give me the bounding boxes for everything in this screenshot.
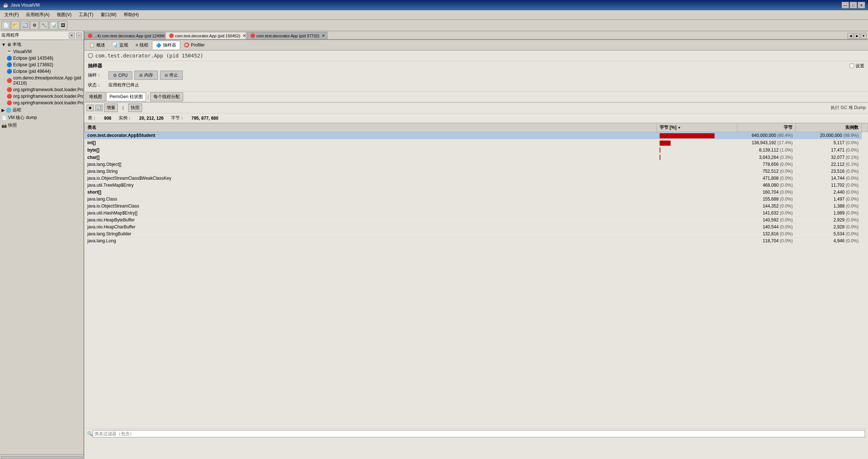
menu-item-V[interactable]: 视图(V) bbox=[54, 11, 74, 19]
cell-classname: java.lang.StringBuilder bbox=[85, 231, 657, 238]
eclipse3-icon: 🔵 bbox=[7, 69, 12, 74]
col-instances[interactable]: 实例数 bbox=[796, 123, 862, 132]
menu-item-W[interactable]: 窗口(W) bbox=[98, 11, 119, 19]
cell-bar bbox=[657, 217, 737, 224]
toolbar-btn-4[interactable]: ⚙ bbox=[30, 21, 39, 30]
inner-tab-profiler[interactable]: ⭕ Profiler bbox=[180, 41, 208, 49]
sidebar-item-eclipse3[interactable]: 🔵 Eclipse (pid 49644) bbox=[1, 68, 83, 75]
byte-label: 字节： bbox=[171, 115, 184, 121]
delta-btn[interactable]: 增量 bbox=[104, 104, 118, 112]
table-row[interactable]: java.io.ObjectStreamClass$WeakClassKey47… bbox=[85, 175, 868, 182]
sidebar-item-local[interactable]: ▼ 🖥 本地 bbox=[1, 41, 83, 48]
table-wrapper[interactable]: 类名 字节 [%] ▼ 字节 实例数 bbox=[84, 123, 868, 428]
tab-pid150452[interactable]: 🔴 com.test.decorator.App (pid 150452) ✕ bbox=[166, 32, 246, 39]
filter-input[interactable] bbox=[93, 430, 865, 437]
table-row[interactable]: java.lang.String752,512 (0.0%)23,516 (0.… bbox=[85, 168, 868, 175]
sidebar-item-app1[interactable]: 🔴 com.demo.threadpoolsize.App (pid 24116… bbox=[1, 75, 83, 86]
cell-bar bbox=[657, 154, 737, 161]
cell-bytes: 138,943,192 (17.4%) bbox=[737, 139, 796, 146]
settings-checkbox[interactable] bbox=[850, 64, 854, 68]
refresh-btn[interactable]: 🔄 bbox=[95, 105, 103, 111]
toolbar-btn-7[interactable]: 🖼 bbox=[59, 21, 67, 30]
sidebar-item-eclipse2[interactable]: 🔵 Eclipse (pid 173692) bbox=[1, 61, 83, 68]
inner-tab-overview[interactable]: 📋 概述 bbox=[86, 41, 109, 49]
table-row[interactable]: short[]160,704 (0.0%)2,440 (0.0%) bbox=[85, 189, 868, 196]
cell-classname: java.util.HashMap$Entry[] bbox=[85, 210, 657, 217]
sidebar-minimize-btn[interactable]: — bbox=[76, 33, 82, 38]
table-row[interactable]: java.util.HashMap$Entry[]141,632 (0.0%)1… bbox=[85, 210, 868, 217]
cell-classname: java.nio.HeapByteBuffer bbox=[85, 217, 657, 224]
heap-tab-stack[interactable]: 堆栈图 bbox=[86, 92, 105, 101]
col-classname[interactable]: 类名 bbox=[85, 123, 657, 132]
sidebar-item-app3[interactable]: 🔴 org.springframework.boot.loader.Proper… bbox=[1, 93, 83, 100]
tab-dropdown[interactable]: ▼ bbox=[861, 33, 867, 39]
sidebar-item-app2[interactable]: 🔴 org.springframework.boot.loader.Proper… bbox=[1, 86, 83, 93]
tab-scroll-right[interactable]: ▶ bbox=[854, 33, 860, 39]
sidebar-header: 应用程序 ✕ — bbox=[0, 31, 84, 40]
col-bytes[interactable]: 字节 bbox=[737, 123, 796, 132]
table-row[interactable]: com.test.decorator.App$Student640,000,00… bbox=[85, 132, 868, 139]
table-row[interactable]: java.nio.HeapCharBuffer140,544 (0.0%)2,9… bbox=[85, 224, 868, 231]
sampling-row: 抽样： CPU 内存 停止 bbox=[88, 71, 864, 80]
sidebar-item-eclipse1[interactable]: 🔵 Eclipse (pid 143548) bbox=[1, 55, 83, 61]
cpu-dot bbox=[113, 74, 117, 77]
monitor-label: 监视 bbox=[119, 42, 128, 48]
snapshot-btn[interactable]: 快照 bbox=[128, 104, 142, 112]
close-button[interactable]: ✕ bbox=[858, 2, 865, 8]
sidebar-item-remote[interactable]: ▶ 🌐 远程 bbox=[1, 106, 83, 114]
toolbar-btn-5[interactable]: 🔧 bbox=[40, 21, 48, 30]
maximize-button[interactable]: □ bbox=[850, 2, 857, 8]
table-row[interactable]: java.util.TreeMap$Entry468,080 (0.0%)11,… bbox=[85, 182, 868, 189]
inner-tab-sampler[interactable]: 🔷 抽样器 bbox=[152, 41, 180, 49]
table-row[interactable]: byte[]8,139,112 (1.0%)17,471 (0.0%) bbox=[85, 146, 868, 154]
table-row[interactable]: java.lang.Long118,704 (0.0%)4,946 (0.0%) bbox=[85, 238, 868, 245]
toolbar-btn-new[interactable]: 📄 bbox=[1, 21, 10, 30]
cell-bar bbox=[657, 161, 737, 168]
table-row[interactable]: java.nio.HeapByteBuffer140,592 (0.0%)2,9… bbox=[85, 217, 868, 224]
inner-tab-threads[interactable]: ≡ 线程 bbox=[132, 41, 152, 49]
toolbar-btn-3[interactable]: 🔄 bbox=[21, 21, 29, 30]
filter-icon: 🔍 bbox=[87, 431, 93, 436]
menu-item-T[interactable]: 工具(T) bbox=[76, 11, 96, 19]
stop-button[interactable]: 停止 bbox=[160, 71, 183, 80]
table-row[interactable]: java.lang.Object[]778,656 (0.0%)22,112 (… bbox=[85, 161, 868, 168]
table-row[interactable]: java.lang.StringBuilder132,816 (0.0%)5,5… bbox=[85, 231, 868, 238]
table-row[interactable]: int[]138,943,192 (17.4%)5,117 (0.0%) bbox=[85, 139, 868, 146]
monitor-icon: 📊 bbox=[112, 42, 118, 48]
stop-square bbox=[165, 74, 168, 77]
scroll-col bbox=[862, 123, 868, 132]
tab-pid37732[interactable]: 🔴 com.test.decorator.App (pid 37732) ✕ bbox=[247, 32, 327, 39]
toolbar-btn-open[interactable]: 📂 bbox=[11, 21, 20, 30]
sidebar-close-btn[interactable]: ✕ bbox=[69, 33, 75, 38]
sidebar-item-visualvm[interactable]: ☕ VisualVM bbox=[1, 48, 83, 55]
sidebar-item-app4[interactable]: 🔴 org.springframework.boot.loader.Proper… bbox=[1, 100, 83, 106]
col-bytes-pct[interactable]: 字节 [%] ▼ bbox=[657, 123, 737, 132]
inner-tab-monitor[interactable]: 📊 监视 bbox=[109, 41, 132, 49]
main-layout: 应用程序 ✕ — ▼ 🖥 本地 ☕ VisualVM 🔵 Eclipse (pi… bbox=[0, 31, 868, 459]
sidebar-item-vmdump[interactable]: 📄 VM 核心 dump bbox=[1, 114, 83, 122]
sidebar-item-snapshot[interactable]: 📸 快照 bbox=[1, 122, 83, 129]
visualvm-icon: ☕ bbox=[7, 49, 12, 54]
table-row[interactable]: char[]3,043,264 (0.3%)32,077 (0.1%) bbox=[85, 154, 868, 161]
cell-bytes: 3,043,264 (0.3%) bbox=[737, 154, 796, 161]
heap-tab-permgen[interactable]: PermGen 柱状图 bbox=[106, 92, 146, 101]
mem-button[interactable]: 内存 bbox=[134, 71, 158, 80]
vmdump-label: VM 核心 dump bbox=[8, 115, 37, 121]
cpu-button[interactable]: CPU bbox=[108, 71, 132, 79]
tab-close-3[interactable]: ✕ bbox=[322, 34, 325, 38]
menu-item-A[interactable]: 应用程序(A) bbox=[23, 11, 52, 19]
menu-item-F[interactable]: 文件(F) bbox=[1, 11, 22, 19]
tab-pid124996[interactable]: 🔴 ...4) com.test.decorator.App (pid 1249… bbox=[84, 32, 165, 39]
toolbar-btn-6[interactable]: 📊 bbox=[49, 21, 58, 30]
table-row[interactable]: java.io.ObjectStreamClass144,352 (0.0%)1… bbox=[85, 203, 868, 210]
record-btn[interactable]: ⏺ bbox=[86, 105, 94, 111]
heap-tab-thread[interactable]: 每个线程分配 bbox=[150, 92, 183, 101]
cell-bytes: 140,592 (0.0%) bbox=[737, 217, 796, 224]
minimize-button[interactable]: — bbox=[842, 2, 849, 8]
tab-close-2[interactable]: ✕ bbox=[243, 34, 246, 38]
threads-icon: ≡ bbox=[136, 42, 138, 48]
menu-item-H[interactable]: 帮助(H) bbox=[121, 11, 142, 19]
table-row[interactable]: java.lang.Class155,688 (0.0%)1,497 (0.0%… bbox=[85, 196, 868, 203]
title-bar-left: ☕ Java VisualVM bbox=[3, 3, 40, 8]
tab-scroll-left[interactable]: ◀ bbox=[847, 33, 853, 39]
